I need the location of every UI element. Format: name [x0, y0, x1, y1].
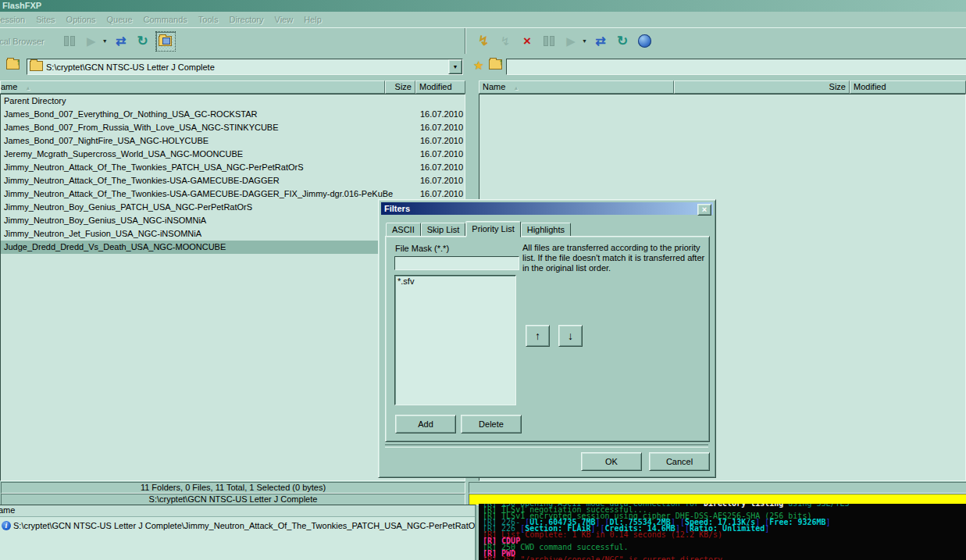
dialog-tabs: ASCIISkip ListPriority ListHighlights [386, 222, 571, 237]
file-modified: 16.07.2010 [420, 174, 463, 187]
file-modified: 16.07.2010 [420, 187, 463, 200]
folder-up-icon[interactable]: ↑ [6, 59, 20, 71]
globe-icon[interactable] [635, 32, 654, 51]
file-name: James_Bond_007_Everything_Or_Nothing_USA… [1, 109, 257, 119]
priority-listbox[interactable]: *.sfv [394, 275, 516, 405]
left-header-name[interactable]: Name ▲ [0, 80, 385, 94]
right-header-size[interactable]: Size [674, 80, 850, 94]
file-mask-label: File Mask (*.*) [395, 244, 449, 253]
dialog-titlebar[interactable]: Filters × [381, 202, 713, 215]
local-status-path: S:\cryptet\GCN NTSC-US Letter J Complete [1, 494, 465, 505]
right-header-name[interactable]: Name ▲ [479, 80, 674, 94]
menu-item-queue[interactable]: Queue [102, 12, 138, 27]
menu-item-options[interactable]: Options [61, 12, 102, 27]
log-segment: ] [765, 524, 769, 533]
tab-highlights[interactable]: Highlights [521, 223, 571, 237]
window-title: FlashFXP [2, 1, 41, 10]
path-row: ↑ S:\cryptet\GCN NTSC-US Letter J Comple… [0, 53, 966, 80]
remote-status-bar [469, 482, 966, 494]
file-modified: 16.07.2010 [420, 134, 463, 147]
local-path-combo[interactable]: S:\cryptet\GCN NTSC-US Letter J Complete… [27, 59, 463, 75]
log-segment: Free: 9326MB [769, 518, 825, 526]
queue-item-row[interactable]: i S:\cryptet\GCN NTSC-US Letter J Comple… [0, 519, 475, 531]
path-dropdown-button[interactable]: ▼ [448, 59, 462, 74]
cancel-button[interactable]: Cancel [649, 452, 710, 471]
remote-folder-up-icon[interactable]: ↑ [489, 59, 502, 71]
local-path-text: S:\cryptet\GCN NTSC-US Letter J Complete [43, 62, 448, 72]
transfer-icon[interactable]: ⇄ [112, 32, 130, 51]
file-name: Jimmy_Neutron_Boy_Genius_USA_NGC-iNSOMNi… [1, 216, 206, 225]
log-segment: Directory listing [704, 504, 783, 508]
menu-item-commands[interactable]: Commands [138, 12, 193, 27]
queue-panel[interactable]: Name i S:\cryptet\GCN NTSC-US Letter J C… [0, 505, 476, 560]
priority-list-item[interactable]: *.sfv [395, 276, 515, 287]
file-row[interactable]: James_Bond_007_From_Russia_With_Love_USA… [1, 121, 465, 134]
down-arrow-icon: ↓ [568, 330, 573, 342]
left-header-modified[interactable]: Modified [415, 80, 465, 94]
chevron-down-icon: ▼ [453, 64, 458, 70]
file-name: James_Bond_007_NightFire_USA_NGC-HOLYCUB… [1, 136, 209, 145]
sort-asc-icon: ▲ [513, 85, 519, 91]
folder-icon [30, 61, 43, 73]
dialog-title: Filters [384, 204, 410, 213]
file-mask-input[interactable] [394, 256, 519, 270]
file-row[interactable]: Parent Directory [1, 95, 465, 108]
tab-ascii[interactable]: ASCII [386, 223, 421, 237]
file-row[interactable]: Jimmy_Neutron_Attack_Of_The_Twonkies-USA… [1, 174, 465, 187]
pause-icon[interactable] [60, 32, 79, 51]
close-icon[interactable]: × [697, 204, 711, 216]
delete-button[interactable]: Delete [461, 415, 522, 433]
file-name: Jimmy_Neutron_Attack_Of_The_Twonkies_PAT… [1, 162, 304, 172]
log-segment: [R] 257 "/archive/console/NGC" is curren… [483, 555, 722, 560]
window-titlebar[interactable]: FlashFXP [0, 0, 966, 12]
file-modified: 16.07.2010 [420, 161, 463, 173]
right-header-modified[interactable]: Modified [850, 80, 966, 94]
file-name: Parent Directory [1, 96, 66, 105]
file-row[interactable]: James_Bond_007_Everything_Or_Nothing_USA… [1, 108, 465, 121]
menu-item-sites[interactable]: Sites [30, 12, 60, 27]
left-header-size[interactable]: Size [385, 80, 415, 94]
toolbar-row: Local Browser ▶ ▼ ⇄ ↻ ↯ ↯ × ▶ ▼ ⇄ ↻ [0, 27, 966, 54]
file-name: Jimmy_Neutron_Attack_Of_The_Twonkies-USA… [1, 176, 280, 185]
remote-go-dropdown-icon[interactable]: ▼ [582, 38, 590, 44]
menu-bar: SessionSitesOptionsQueueCommandsToolsDir… [0, 12, 966, 27]
refresh-icon[interactable]: ↻ [134, 32, 152, 51]
tab-skip-list[interactable]: Skip List [421, 223, 466, 237]
queue-header-name[interactable]: Name [0, 505, 475, 517]
remote-pause-icon[interactable] [540, 32, 558, 51]
menu-item-directory[interactable]: Directory [224, 12, 269, 27]
bookmark-star-icon[interactable]: ★ [473, 59, 483, 73]
remote-go-icon[interactable]: ▶ [561, 32, 580, 51]
local-toolbar: Local Browser ▶ ▼ ⇄ ↻ [0, 28, 465, 54]
filters-dialog: Filters × ASCIISkip ListPriority ListHig… [378, 199, 716, 478]
info-icon: i [2, 521, 11, 530]
file-row[interactable]: James_Bond_007_NightFire_USA_NGC-HOLYCUB… [1, 134, 465, 148]
ftp-log-terminal[interactable]: [R] 150 Opening ASCII mode data connecti… [479, 504, 966, 560]
abort-icon[interactable]: × [518, 32, 536, 51]
go-dropdown-icon[interactable]: ▼ [102, 38, 110, 44]
remote-transfer-icon[interactable]: ⇄ [591, 32, 610, 51]
go-transfer-icon[interactable]: ▶ [82, 32, 101, 51]
file-row[interactable]: Jeremy_Mcgrath_Supercross_World_USA_NGC-… [1, 148, 465, 161]
move-up-button[interactable]: ↑ [526, 325, 550, 347]
file-name: Jeremy_Mcgrath_Supercross_World_USA_NGC-… [1, 149, 243, 159]
menu-item-help[interactable]: Help [298, 12, 327, 27]
menu-item-session[interactable]: Session [0, 12, 30, 27]
remote-refresh-icon[interactable]: ↻ [613, 32, 632, 51]
tab-priority-list[interactable]: Priority List [465, 221, 520, 237]
folder-view-toggle-icon[interactable] [155, 31, 176, 52]
add-button[interactable]: Add [395, 415, 456, 433]
menu-item-tools[interactable]: Tools [193, 12, 224, 27]
quick-connect-icon[interactable]: ↯ [474, 32, 493, 51]
dialog-separator [385, 444, 708, 448]
file-modified: 16.07.2010 [420, 121, 463, 134]
queue-item-path: S:\cryptet\GCN NTSC-US Letter J Complete… [13, 521, 475, 530]
ok-button[interactable]: OK [581, 452, 642, 471]
local-status-counts: 11 Folders, 0 Files, 11 Total, 1 Selecte… [1, 482, 465, 494]
file-row[interactable]: Jimmy_Neutron_Attack_Of_The_Twonkies_PAT… [1, 161, 465, 174]
remote-path-input[interactable] [506, 59, 966, 75]
log-line: [R] 257 "/archive/console/NGC" is curren… [483, 557, 966, 560]
menu-item-view[interactable]: View [269, 12, 299, 27]
move-down-button[interactable]: ↓ [558, 325, 583, 347]
connect-icon[interactable]: ↯ [496, 32, 515, 51]
